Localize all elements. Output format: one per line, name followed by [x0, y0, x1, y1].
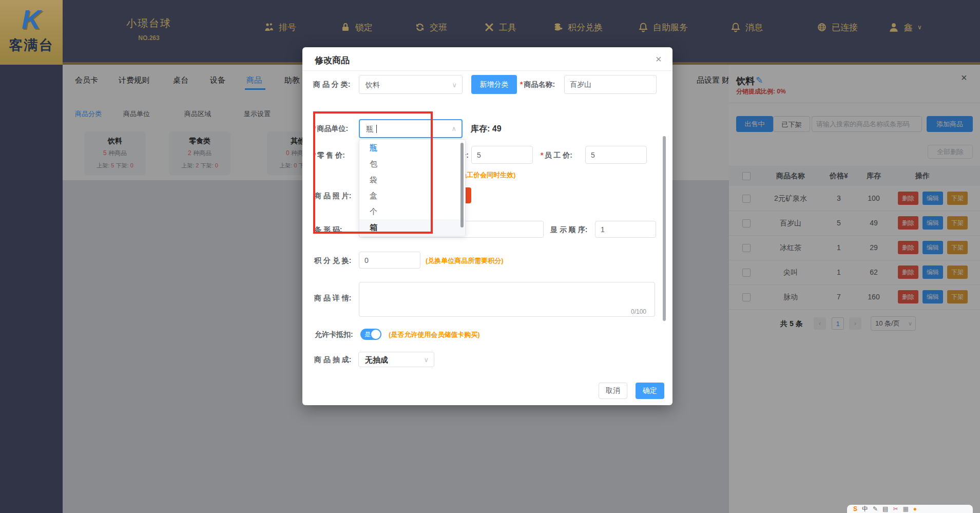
chevron-down-icon: ∨ — [424, 352, 429, 368]
shift-refresh-icon — [415, 22, 425, 32]
globe-icon — [817, 22, 827, 32]
points-note: (兑换单位商品所需要积分) — [426, 256, 504, 265]
detail-label: 商 品 详 情: — [314, 294, 351, 303]
category-value: 饮料 — [366, 75, 380, 94]
display-order-label: 显 示 顺 序: — [550, 225, 587, 235]
nav-self-service[interactable]: 自助服务 — [638, 20, 688, 34]
nav-shift[interactable]: 交班 — [415, 20, 447, 34]
tools-icon — [484, 22, 494, 32]
input-method-toolbar[interactable]: S 中 ✎ ▤ ✂ ▦ ● — [847, 505, 973, 513]
add-category-button[interactable]: 新增分类 — [471, 75, 517, 94]
dropdown-scrollbar[interactable] — [460, 143, 464, 227]
app-logo: K 客满台 — [0, 0, 63, 65]
commission-label: 商 品 抽 成: — [314, 355, 351, 365]
chevron-down-icon: ∨ — [917, 24, 922, 31]
venue-block: 小璟台球 NO.263 — [103, 16, 195, 42]
pen-icon[interactable]: ✎ — [873, 505, 878, 512]
toggle-knob — [371, 330, 380, 339]
display-order-input[interactable] — [595, 221, 656, 238]
chinese-input-icon[interactable]: 中 — [862, 505, 868, 512]
category-select[interactable]: 饮料 ∨ — [359, 75, 463, 94]
bell-icon — [638, 22, 648, 32]
nav-label: 排号 — [279, 22, 296, 33]
modal-title-divider — [302, 70, 672, 71]
annotation-highlight-rect — [313, 111, 433, 234]
user-name: 鑫 — [904, 22, 913, 33]
nav-label: 交班 — [430, 22, 447, 33]
staff-price-label: *员 工 价: — [541, 151, 572, 160]
nav-label: 积分兑换 — [568, 22, 603, 33]
stock-display: 库存: 49 — [471, 124, 502, 135]
member-price-input[interactable] — [471, 146, 533, 164]
cancel-button[interactable]: 取消 — [599, 383, 627, 399]
nav-queue[interactable]: 排号 — [264, 20, 296, 34]
user-menu[interactable]: 鑫 ∨ — [888, 20, 922, 34]
venue-name: 小璟台球 — [103, 16, 195, 30]
card-deduct-label: 允许卡抵扣: — [315, 330, 353, 339]
sidebar — [0, 65, 63, 513]
modal-title: 修改商品 — [315, 54, 350, 66]
nav-label: 自助服务 — [653, 22, 688, 33]
points-input[interactable] — [359, 252, 420, 269]
bell-icon — [731, 22, 741, 32]
scissors-icon[interactable]: ✂ — [893, 505, 898, 512]
chevron-up-icon: ∧ — [451, 120, 456, 138]
category-label: 商 品 分 类: — [313, 80, 350, 89]
queue-people-icon — [264, 22, 274, 32]
product-name-input[interactable] — [564, 75, 657, 94]
commission-select[interactable]: 无抽成 ∨ — [358, 352, 434, 367]
coins-icon — [553, 22, 563, 32]
modal-close-icon[interactable]: × — [656, 53, 662, 65]
nav-connection-status[interactable]: 已连接 — [817, 20, 858, 34]
nav-label: 工具 — [499, 22, 516, 33]
chevron-down-icon: ∨ — [452, 75, 457, 94]
name-label: *商品名称: — [520, 80, 555, 89]
keyboard-icon[interactable]: ▤ — [882, 505, 888, 512]
user-avatar-icon — [888, 22, 899, 33]
nav-label: 锁定 — [355, 22, 373, 33]
nav-lock[interactable]: 锁定 — [340, 20, 373, 34]
nav-label: 已连接 — [832, 22, 858, 33]
venue-number: NO.263 — [103, 34, 195, 42]
card-deduct-note: (是否允许使用会员储值卡购买) — [389, 330, 480, 339]
points-label: 积 分 兑 换: — [314, 256, 351, 265]
confirm-button[interactable]: 确定 — [636, 383, 664, 399]
stock-value: 49 — [492, 124, 502, 133]
nav-tools[interactable]: 工具 — [484, 20, 516, 34]
detail-textarea[interactable] — [359, 282, 655, 317]
sogou-icon[interactable]: S — [853, 505, 857, 512]
nav-label: 消息 — [745, 22, 763, 33]
detail-counter: 0/100 — [631, 308, 646, 315]
staff-price-input[interactable] — [585, 146, 647, 164]
modal-scrollbar[interactable] — [663, 136, 666, 321]
logo-k-mark: K — [0, 3, 63, 36]
logo-text: 客满台 — [0, 36, 63, 54]
nav-messages[interactable]: 消息 — [731, 20, 763, 34]
commission-value: 无抽成 — [365, 352, 388, 368]
toggle-on-text: 是 — [364, 331, 371, 338]
card-deduct-toggle[interactable]: 是 — [360, 329, 381, 340]
grid-icon[interactable]: ▦ — [902, 505, 908, 512]
skin-icon[interactable]: ● — [913, 505, 917, 512]
nav-points-exchange[interactable]: 积分兑换 — [553, 20, 603, 34]
lock-icon — [340, 22, 351, 32]
